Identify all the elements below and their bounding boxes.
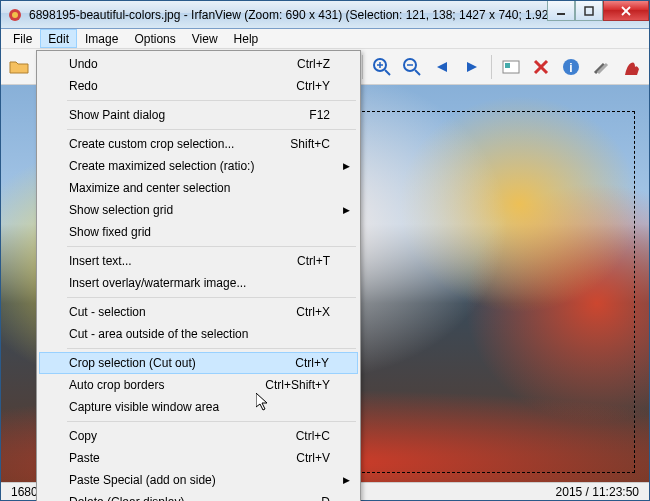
menu-item-shortcut: Ctrl+Y bbox=[295, 356, 329, 370]
menu-item-shortcut: Ctrl+V bbox=[296, 451, 330, 465]
menu-item[interactable]: PasteCtrl+V bbox=[39, 447, 358, 469]
delete-button[interactable] bbox=[527, 53, 555, 81]
menu-separator bbox=[67, 421, 356, 422]
prev-button[interactable] bbox=[428, 53, 456, 81]
menu-item-shortcut: Ctrl+Y bbox=[296, 79, 330, 93]
menu-item[interactable]: RedoCtrl+Y bbox=[39, 75, 358, 97]
menu-item[interactable]: Insert overlay/watermark image... bbox=[39, 272, 358, 294]
toolbar-separator bbox=[362, 55, 363, 79]
menu-item-label: Capture visible window area bbox=[69, 400, 219, 414]
menu-item-label: Insert text... bbox=[69, 254, 132, 268]
menu-item[interactable]: Show Paint dialogF12 bbox=[39, 104, 358, 126]
app-window: 6898195-beautiful-colors.jpg - IrfanView… bbox=[0, 0, 650, 501]
menu-help[interactable]: Help bbox=[226, 29, 267, 48]
close-button[interactable] bbox=[603, 1, 649, 21]
menu-item-label: Show Paint dialog bbox=[69, 108, 165, 122]
menu-item[interactable]: Insert text...Ctrl+T bbox=[39, 250, 358, 272]
minimize-button[interactable] bbox=[547, 1, 575, 21]
menu-separator bbox=[67, 348, 356, 349]
submenu-arrow-icon: ▶ bbox=[343, 205, 350, 215]
menu-item-shortcut: Ctrl+Shift+Y bbox=[265, 378, 330, 392]
svg-point-1 bbox=[12, 12, 18, 18]
menu-item[interactable]: Create maximized selection (ratio:)▶ bbox=[39, 155, 358, 177]
menu-view[interactable]: View bbox=[184, 29, 226, 48]
menu-options[interactable]: Options bbox=[126, 29, 183, 48]
next-button[interactable] bbox=[458, 53, 486, 81]
app-icon bbox=[7, 7, 23, 23]
menu-item-label: Paste bbox=[69, 451, 100, 465]
menu-item-label: Create maximized selection (ratio:) bbox=[69, 159, 254, 173]
menu-separator bbox=[67, 100, 356, 101]
menu-item[interactable]: Paste Special (add on side)▶ bbox=[39, 469, 358, 491]
menu-item-shortcut: F12 bbox=[309, 108, 330, 122]
menu-item[interactable]: Auto crop bordersCtrl+Shift+Y bbox=[39, 374, 358, 396]
menu-separator bbox=[67, 129, 356, 130]
titlebar[interactable]: 6898195-beautiful-colors.jpg - IrfanView… bbox=[1, 1, 649, 29]
menu-file[interactable]: File bbox=[5, 29, 40, 48]
svg-text:i: i bbox=[569, 61, 572, 75]
menu-item[interactable]: Cut - area outside of the selection bbox=[39, 323, 358, 345]
irfan-icon[interactable] bbox=[617, 53, 645, 81]
menu-item-label: Cut - area outside of the selection bbox=[69, 327, 248, 341]
menu-item-label: Cut - selection bbox=[69, 305, 146, 319]
menu-item-label: Undo bbox=[69, 57, 98, 71]
status-cell-datetime: 2015 / 11:23:50 bbox=[550, 485, 645, 499]
menu-item-label: Show fixed grid bbox=[69, 225, 151, 239]
svg-rect-14 bbox=[505, 63, 510, 68]
menu-item-shortcut: Ctrl+C bbox=[296, 429, 330, 443]
menu-item-label: Delete (Clear display) bbox=[69, 495, 184, 501]
menu-item-label: Create custom crop selection... bbox=[69, 137, 234, 151]
menu-item-label: Paste Special (add on side) bbox=[69, 473, 216, 487]
window-buttons bbox=[547, 1, 649, 21]
zoom-out-button[interactable] bbox=[398, 53, 426, 81]
info-button[interactable]: i bbox=[557, 53, 585, 81]
submenu-arrow-icon: ▶ bbox=[343, 475, 350, 485]
svg-line-7 bbox=[385, 70, 390, 75]
menu-item[interactable]: Capture visible window area bbox=[39, 396, 358, 418]
settings-button[interactable] bbox=[587, 53, 615, 81]
menu-item[interactable]: UndoCtrl+Z bbox=[39, 53, 358, 75]
menubar[interactable]: FileEditImageOptionsViewHelp bbox=[1, 29, 649, 49]
menu-item[interactable]: Show fixed grid bbox=[39, 221, 358, 243]
menu-item-shortcut: D bbox=[321, 495, 330, 501]
menu-item[interactable]: Delete (Clear display)D bbox=[39, 491, 358, 501]
slideshow-button[interactable] bbox=[497, 53, 525, 81]
open-button[interactable] bbox=[5, 53, 33, 81]
maximize-button[interactable] bbox=[575, 1, 603, 21]
menu-item-label: Maximize and center selection bbox=[69, 181, 230, 195]
zoom-in-button[interactable] bbox=[368, 53, 396, 81]
menu-image[interactable]: Image bbox=[77, 29, 126, 48]
menu-item-label: Copy bbox=[69, 429, 97, 443]
menu-separator bbox=[67, 246, 356, 247]
svg-rect-3 bbox=[585, 7, 593, 15]
menu-item[interactable]: Crop selection (Cut out)Ctrl+Y bbox=[39, 352, 358, 374]
menu-item-label: Auto crop borders bbox=[69, 378, 164, 392]
menu-item-label: Crop selection (Cut out) bbox=[69, 356, 196, 370]
menu-separator bbox=[67, 297, 356, 298]
menu-edit[interactable]: Edit bbox=[40, 29, 77, 48]
menu-item[interactable]: Maximize and center selection bbox=[39, 177, 358, 199]
menu-item[interactable]: Cut - selectionCtrl+X bbox=[39, 301, 358, 323]
svg-line-11 bbox=[415, 70, 420, 75]
window-title: 6898195-beautiful-colors.jpg - IrfanView… bbox=[29, 8, 547, 22]
menu-item-label: Show selection grid bbox=[69, 203, 173, 217]
menu-item-shortcut: Ctrl+Z bbox=[297, 57, 330, 71]
menu-item[interactable]: CopyCtrl+C bbox=[39, 425, 358, 447]
edit-menu-dropdown: UndoCtrl+ZRedoCtrl+YShow Paint dialogF12… bbox=[36, 50, 361, 501]
toolbar-separator bbox=[491, 55, 492, 79]
menu-item-shortcut: Shift+C bbox=[290, 137, 330, 151]
menu-item-label: Redo bbox=[69, 79, 98, 93]
menu-item-shortcut: Ctrl+X bbox=[296, 305, 330, 319]
menu-item[interactable]: Create custom crop selection...Shift+C bbox=[39, 133, 358, 155]
submenu-arrow-icon: ▶ bbox=[343, 161, 350, 171]
menu-item-label: Insert overlay/watermark image... bbox=[69, 276, 246, 290]
menu-item-shortcut: Ctrl+T bbox=[297, 254, 330, 268]
menu-item[interactable]: Show selection grid▶ bbox=[39, 199, 358, 221]
